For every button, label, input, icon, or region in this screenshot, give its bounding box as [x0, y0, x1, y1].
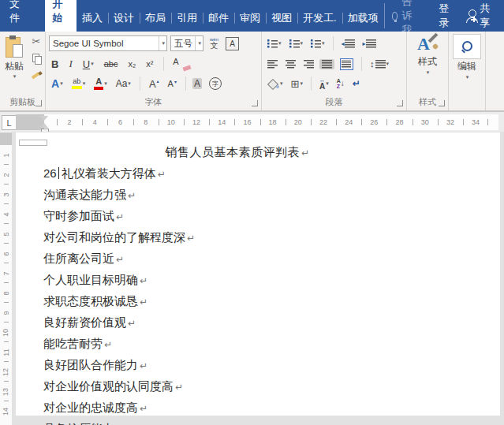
ribbon-tab[interactable]: 加载项 — [342, 6, 384, 32]
font-dialog-launcher[interactable] — [252, 100, 258, 106]
distributed-icon — [340, 58, 353, 70]
document-line[interactable]: 个人职业目标明确↵ — [43, 270, 431, 291]
paragraph-mark-icon: ↵ — [116, 211, 124, 222]
character-shading-button[interactable]: A — [192, 78, 202, 89]
ribbon-tab[interactable]: 审阅 — [234, 6, 266, 32]
styles-dialog-launcher[interactable] — [439, 100, 445, 106]
copy-icon — [32, 54, 41, 63]
vertical-ruler[interactable]: 1234567891011121314 — [0, 132, 12, 425]
decrease-indent-button[interactable]: ◂ — [339, 39, 357, 49]
paragraph-mark-icon: ↵ — [128, 318, 136, 329]
horizontal-ruler[interactable]: 246810121416182022242628303234 — [16, 114, 498, 130]
document-line[interactable]: 沟通表达能力强↵ — [43, 185, 431, 206]
document-line[interactable]: 能吃苦耐劳↵ — [43, 334, 431, 355]
align-left-button[interactable] — [265, 59, 280, 69]
copy-button[interactable] — [30, 52, 43, 65]
font-color-button[interactable]: A ▾ — [91, 76, 110, 91]
document-line[interactable]: 对企业的忠诚度高↵ — [43, 397, 431, 419]
change-case-button[interactable]: Aa▾ — [114, 77, 133, 90]
ribbon-tab[interactable]: 引用 — [171, 6, 203, 32]
document-line[interactable]: 良好薪资价值观↵ — [43, 312, 431, 334]
align-center-button[interactable] — [283, 59, 298, 69]
ruler-number: 4 — [82, 114, 107, 130]
shading-button[interactable]: ▾ — [265, 78, 286, 90]
tab-file[interactable]: 文件 — [0, 0, 37, 32]
ribbon-tab-bar: 文件 开始 插入设计布局引用邮件审阅视图开发工.加载项 告诉我 登录 共享 — [0, 0, 504, 32]
down-caret-icon: ▾ — [174, 80, 177, 84]
font-size-combobox[interactable]: 五号 ▾ — [170, 35, 203, 51]
ribbon-tab[interactable]: 布局 — [140, 6, 171, 32]
tab-stop-selector[interactable]: L — [2, 115, 17, 130]
bullet-list-button[interactable]: ▾ — [265, 39, 284, 49]
line-text: 对公司和岗位的了解程度深 — [43, 230, 185, 244]
document-line[interactable]: 住所离公司近↵ — [43, 248, 431, 270]
document-title-line[interactable]: 销售人员基本素质评判表↵ — [43, 142, 431, 163]
increase-indent-button[interactable]: ▸ — [360, 39, 379, 49]
document-line-with-cursor[interactable]: 26礼仪着装大方得体↵ — [43, 163, 431, 185]
line-text: 求职态度积极诚恳 — [43, 294, 138, 308]
document-line[interactable]: 守时参加面试↵ — [43, 206, 431, 227]
shrink-font-button[interactable]: A▾ — [166, 79, 179, 89]
numbered-list-button[interactable]: ▾ — [287, 39, 306, 49]
document-line[interactable]: 良好团队合作能力↵ — [43, 355, 431, 376]
first-line-indent-marker[interactable] — [40, 116, 48, 121]
line-text: 守时参加面试 — [43, 209, 114, 222]
bold-button[interactable]: B — [49, 58, 61, 71]
sort-button[interactable]: AZ ↓ — [334, 77, 347, 90]
document-line[interactable]: 对公司和岗位的了解程度深↵ — [43, 227, 431, 248]
subscript-button[interactable]: x₂ — [125, 58, 138, 69]
document-line[interactable]: 具备抗压能力↵ — [43, 419, 431, 425]
hanging-indent-marker[interactable] — [40, 123, 48, 128]
document-line[interactable]: 求职态度积极诚恳↵ — [43, 291, 431, 312]
text-highlight-button[interactable]: ab ▾ — [69, 77, 88, 90]
grow-font-button[interactable]: A▴ — [147, 78, 162, 90]
format-painter-button[interactable] — [30, 69, 43, 82]
underline-button[interactable]: U▾ — [80, 58, 96, 71]
ruler-number: 12 — [184, 114, 209, 130]
font-name-combobox[interactable]: Segoe UI Symbol ▾ — [49, 35, 167, 51]
tab-home-active[interactable]: 开始 — [45, 0, 77, 32]
editing-button[interactable]: 编辑 ▾ — [449, 34, 485, 80]
styles-button[interactable]: A 样式 ▾ — [407, 34, 448, 76]
clear-formatting-button[interactable]: A — [172, 57, 191, 71]
strikethrough-button[interactable]: abc — [102, 58, 121, 69]
character-border-button[interactable]: A — [226, 37, 239, 50]
paste-button[interactable]: 粘贴 ▾ — [2, 34, 27, 94]
multilevel-list-button[interactable]: ▾ — [308, 39, 327, 49]
character-scaling-button[interactable]: ↔A ▾ — [317, 76, 331, 91]
borders-button[interactable]: ⊞▾ — [289, 78, 305, 90]
chevron-down-icon: ▾ — [301, 40, 304, 47]
document-line[interactable]: 对企业价值观的认同度高↵ — [43, 376, 431, 397]
distributed-button[interactable] — [338, 58, 356, 71]
phonetic-guide-button[interactable]: wén 文 — [207, 36, 221, 50]
sign-in-button[interactable]: 登录 — [429, 2, 462, 30]
line-text: 住所离公司近 — [43, 252, 114, 265]
magnifier-icon — [461, 41, 472, 52]
ribbon-tab[interactable]: 设计 — [108, 6, 140, 32]
paragraph-mark-icon: ↵ — [158, 169, 166, 180]
ribbon-tab[interactable]: 开发工. — [297, 6, 342, 32]
align-right-button[interactable] — [301, 59, 316, 69]
chevron-down-icon: ▾ — [128, 80, 131, 87]
chevron-down-icon: ▾ — [386, 61, 390, 67]
paragraph-mark-icon: ↵ — [187, 233, 195, 244]
line-text: 具备抗压能力 — [43, 422, 114, 425]
clipboard-dialog-launcher[interactable] — [35, 100, 42, 106]
ribbon-tab[interactable]: 邮件 — [203, 6, 234, 32]
chevron-down-icon: ▾ — [91, 61, 94, 67]
vertical-ruler-number: 4 — [0, 204, 12, 224]
text-effects-button[interactable]: A▾ — [49, 76, 65, 91]
italic-button[interactable]: I — [66, 57, 74, 71]
ribbon-tab[interactable]: 视图 — [266, 6, 297, 32]
ribbon-tab[interactable]: 插入 — [77, 6, 108, 32]
enclose-characters-button[interactable]: 字 — [209, 77, 222, 90]
show-hide-marks-button[interactable]: ↵ — [350, 77, 363, 90]
share-button[interactable]: 共享 — [462, 2, 498, 30]
line-spacing-button[interactable]: ↕▾ — [368, 58, 391, 69]
cut-button[interactable]: ✂ — [30, 35, 43, 47]
paragraph-dialog-launcher[interactable] — [397, 100, 403, 106]
superscript-button[interactable]: x² — [144, 58, 155, 69]
justify-button[interactable] — [319, 59, 334, 69]
paragraph-group-label: 段落 — [262, 96, 406, 108]
document-page[interactable]: 销售人员基本素质评判表↵ 26礼仪着装大方得体↵ 沟通表达能力强↵ 守时参加面试… — [16, 132, 500, 416]
